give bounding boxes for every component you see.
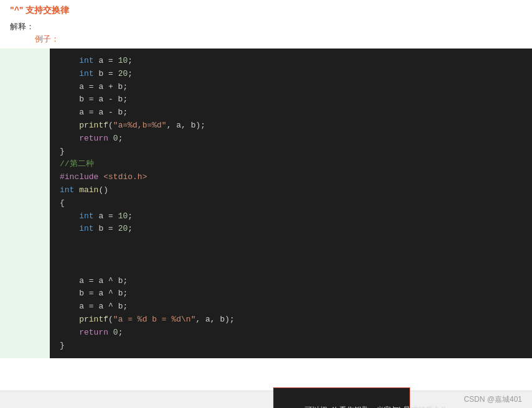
page-wrapper: "^" 支持交换律 解释： 例子： int a = 10; int b = 20… <box>0 0 532 408</box>
code-line: int a = 10; <box>60 55 522 68</box>
code-line: } <box>60 146 522 159</box>
code-line: a = a ^ b; <box>60 275 522 288</box>
footer-bar: CSDN @嘉城401 <box>0 391 532 408</box>
page-title: "^" 支持交换律 <box>10 5 522 16</box>
code-line: a = a + b; <box>60 81 522 94</box>
code-line: printf("a=%d,b=%d", a, b); <box>60 119 522 132</box>
code-line: a = a ^ b; <box>60 300 522 313</box>
code-line: int b = 20; 可以把a^b看作钥匙，当它与b异或结果合为a 当它和a结… <box>60 223 522 274</box>
code-line: return 0; <box>60 132 522 146</box>
code-line: int main() <box>60 184 522 197</box>
tooltip-line1: 可以把a^b看作钥匙，当它与b异或结果合为a <box>305 406 452 408</box>
code-line: //第二种 <box>60 158 522 171</box>
code-line: printf("a = %d b = %d\n", a, b); <box>60 313 522 327</box>
code-line: return 0; <box>60 327 522 340</box>
csdn-label: CSDN @嘉城401 <box>464 394 522 405</box>
code-editor[interactable]: int a = 10; int b = 20; a = a + b; b = a… <box>50 49 532 358</box>
code-line: int b = 20; <box>60 68 522 81</box>
code-content: int a = 10; int b = 20; a = a + b; b = a… <box>50 49 532 358</box>
jiexi-label: 解释： <box>10 21 522 32</box>
tooltip-box: 可以把a^b看作钥匙，当它与b异或结果合为a 当它和a结合为b; <box>273 387 410 408</box>
left-sidebar <box>0 49 50 358</box>
code-section: int a = 10; int b = 20; a = a + b; b = a… <box>0 49 532 358</box>
code-line: int a = 10; <box>60 210 522 223</box>
code-line: #include <stdio.h> <box>60 171 522 184</box>
code-line: b = a - b; <box>60 93 522 106</box>
example-label: 例子： <box>10 34 522 45</box>
code-line: { <box>60 197 522 210</box>
top-section: "^" 支持交换律 解释： 例子： <box>0 0 532 49</box>
code-line: } <box>60 340 522 353</box>
code-line: a = a - b; <box>60 106 522 119</box>
code-line: b = a ^ b; <box>60 287 522 300</box>
